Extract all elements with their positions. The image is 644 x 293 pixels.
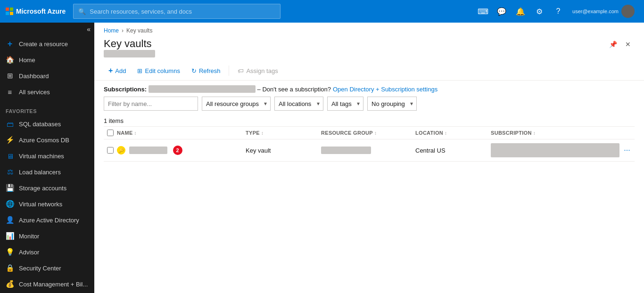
app-name: Microsoft Azure	[16, 8, 66, 15]
refresh-button[interactable]: ↻ Refresh	[187, 65, 225, 77]
dashboard-icon: ⊞	[6, 72, 14, 80]
sidebar-item-cost-management[interactable]: 💰 Cost Management + Bil...	[0, 276, 94, 292]
filter-row: All resource groups All locations All ta…	[104, 97, 635, 111]
edit-columns-label: Edit columns	[145, 67, 180, 74]
page-subtitle: ██████ ██████	[104, 50, 155, 57]
monitor-label: Monitor	[19, 233, 39, 240]
type-sort-icon: ↕	[261, 130, 264, 136]
subscription-sort-icon: ↕	[533, 130, 536, 136]
tags-wrapper: All tags	[327, 97, 363, 111]
search-icon: 🔍	[78, 8, 86, 15]
help-icon-btn[interactable]: ?	[550, 3, 567, 20]
assign-tags-button[interactable]: 🏷 Assign tags	[233, 65, 282, 77]
col-header-resource-group[interactable]: RESOURCE GROUP ↕	[321, 130, 415, 136]
resource-groups-select[interactable]: All resource groups	[202, 97, 271, 111]
open-directory-link[interactable]: Open Directory + Subscription settings	[333, 86, 438, 93]
aad-icon: 👤	[6, 216, 14, 224]
breadcrumb-home[interactable]: Home	[104, 27, 119, 34]
refresh-label: Refresh	[199, 67, 221, 74]
row-sub-col: ██████ ███████ ████████████ █████..	[491, 143, 619, 157]
col-header-subscription[interactable]: SUBSCRIPTION ↕	[491, 130, 619, 136]
plus-icon: +	[6, 40, 14, 48]
items-count: 1 items	[94, 115, 644, 126]
col-header-name[interactable]: NAME ↕	[117, 130, 246, 136]
row-badge: 2	[173, 146, 182, 155]
sidebar-item-all-services[interactable]: ≡ All services	[0, 84, 94, 100]
collapse-button[interactable]: «	[87, 25, 91, 33]
row-name-col: 🔑 █████████ 2	[117, 146, 246, 155]
help-icon: ?	[556, 7, 561, 16]
storage-icon: 💾	[6, 184, 14, 192]
col-header-type[interactable]: TYPE ↕	[246, 130, 321, 136]
close-button[interactable]: ✕	[621, 38, 635, 51]
select-all-checkbox[interactable]	[107, 130, 114, 136]
notification-icon-btn[interactable]: 🔔	[512, 3, 529, 20]
name-col-label: NAME	[117, 130, 133, 136]
sidebar-item-advisor[interactable]: 💡 Advisor	[0, 244, 94, 260]
cosmos-icon: ⚡	[6, 136, 14, 144]
locations-select[interactable]: All locations	[274, 97, 323, 111]
advisor-label: Advisor	[19, 249, 39, 256]
grouping-wrapper: No grouping	[367, 97, 417, 111]
edit-columns-button[interactable]: ⊞ Edit columns	[132, 65, 184, 77]
row-rg-value: ████████████	[321, 146, 371, 154]
sidebar-item-home[interactable]: 🏠 Home	[0, 52, 94, 68]
sql-icon: 🗃	[6, 120, 14, 128]
storage-label: Storage accounts	[19, 185, 66, 192]
sidebar-collapse[interactable]: «	[0, 23, 94, 36]
sidebar-item-dashboard[interactable]: ⊞ Dashboard	[0, 68, 94, 84]
bell-icon: 🔔	[516, 7, 525, 16]
avatar	[621, 5, 635, 18]
breadcrumb-separator: ›	[122, 27, 124, 34]
sidebar-item-security-center[interactable]: 🔒 Security Center	[0, 260, 94, 276]
sidebar-item-create-resource[interactable]: + Create a resource	[0, 36, 94, 52]
row-checkbox[interactable]	[107, 147, 114, 154]
grouping-select[interactable]: No grouping	[367, 97, 417, 111]
sidebar-item-sql-databases[interactable]: 🗃 SQL databases	[0, 116, 94, 132]
top-nav-icons: ⌨ 💬 🔔 ⚙ ? user@example.com	[474, 3, 638, 20]
lb-icon: ⚖	[6, 168, 14, 176]
home-icon: 🏠	[6, 56, 14, 64]
user-menu[interactable]: user@example.com	[569, 3, 638, 20]
col-header-location[interactable]: LOCATION ↕	[415, 130, 491, 136]
microsoft-logo	[6, 8, 13, 15]
top-navigation: Microsoft Azure 🔍 ⌨ 💬 🔔 ⚙ ? user@example…	[0, 0, 644, 23]
sidebar-item-storage-accounts[interactable]: 💾 Storage accounts	[0, 180, 94, 196]
main-layout: « + Create a resource 🏠 Home ⊞ Dashboard…	[0, 23, 644, 293]
add-icon: +	[108, 66, 113, 75]
sidebar-item-load-balancers[interactable]: ⚖ Load balancers	[0, 164, 94, 180]
page-subtitle-blurred: ██████ ██████	[104, 50, 155, 57]
location-sort-icon: ↕	[445, 130, 447, 136]
subscription-col-label: SUBSCRIPTION	[491, 130, 532, 136]
filter-by-name-input[interactable]	[104, 97, 198, 111]
cost-label: Cost Management + Bil...	[19, 281, 88, 288]
all-services-icon: ≡	[6, 88, 14, 96]
app-brand: Microsoft Azure	[6, 8, 66, 15]
cosmos-label: Azure Cosmos DB	[19, 137, 69, 144]
security-icon: 🔒	[6, 264, 14, 272]
locations-wrapper: All locations	[274, 97, 323, 111]
sidebar-item-virtual-networks[interactable]: 🌐 Virtual networks	[0, 196, 94, 212]
terminal-icon-btn[interactable]: ⌨	[474, 3, 491, 20]
settings-icon-btn[interactable]: ⚙	[531, 3, 548, 20]
row-sub-value: ██████ ███████ ████████████ █████..	[491, 143, 619, 157]
no-subscription-text: – Don't see a subscription?	[257, 86, 331, 93]
sidebar-item-azure-active-directory[interactable]: 👤 Azure Active Directory	[0, 212, 94, 228]
pin-button[interactable]: 📌	[606, 38, 619, 51]
feedback-icon-btn[interactable]: 💬	[493, 3, 510, 20]
cost-icon: 💰	[6, 280, 14, 288]
add-button[interactable]: + Add	[104, 64, 131, 77]
sidebar-item-cosmos-db[interactable]: ⚡ Azure Cosmos DB	[0, 132, 94, 148]
vm-icon: 🖥	[6, 152, 14, 160]
vnet-icon: 🌐	[6, 200, 14, 208]
row-more-button[interactable]: ···	[622, 145, 632, 155]
favorites-label: FAVORITES	[0, 104, 94, 116]
tags-select[interactable]: All tags	[327, 97, 363, 111]
sidebar: « + Create a resource 🏠 Home ⊞ Dashboard…	[0, 23, 94, 293]
select-all-col	[104, 130, 117, 136]
search-bar[interactable]: 🔍	[73, 4, 281, 19]
sidebar-item-virtual-machines[interactable]: 🖥 Virtual machines	[0, 148, 94, 164]
sidebar-item-monitor[interactable]: 📊 Monitor	[0, 228, 94, 244]
search-input[interactable]	[90, 8, 275, 15]
table-row[interactable]: 🔑 █████████ 2 Key vault ████████████ Cen…	[104, 139, 635, 162]
